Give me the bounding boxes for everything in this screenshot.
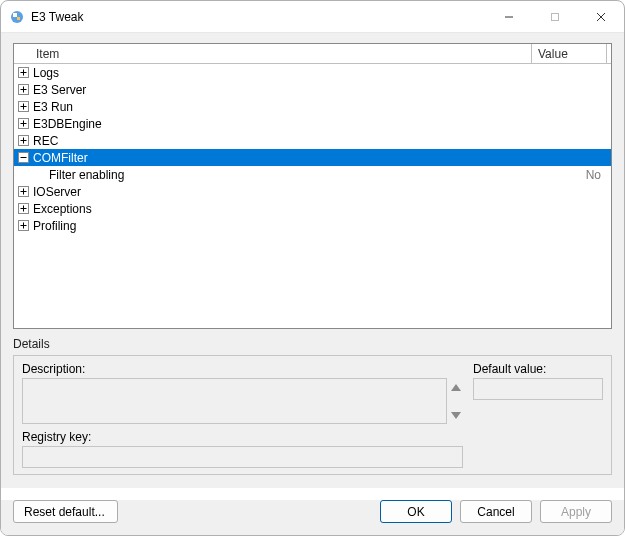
tree-item-label: IOServer — [33, 185, 81, 199]
app-icon — [9, 9, 25, 25]
tree-item-cell: COMFilter — [14, 149, 532, 166]
expand-icon[interactable] — [18, 135, 29, 146]
tree-item-label: Profiling — [33, 219, 76, 233]
svg-marker-25 — [451, 412, 461, 419]
tree-row[interactable]: REC — [14, 132, 611, 149]
tree-value-cell — [532, 64, 611, 81]
tree-header: Item Value — [14, 44, 611, 64]
default-value-field — [473, 378, 603, 400]
tree-value-cell — [532, 149, 611, 166]
tree-value-cell — [532, 217, 611, 234]
tree-row[interactable]: IOServer — [14, 183, 611, 200]
expand-icon[interactable] — [18, 118, 29, 129]
close-button[interactable] — [578, 1, 624, 33]
tree-value-cell — [532, 115, 611, 132]
maximize-button — [532, 1, 578, 33]
tree-item-cell: IOServer — [14, 183, 532, 200]
tree-body[interactable]: LogsE3 ServerE3 RunE3DBEngineRECCOMFilte… — [14, 64, 611, 328]
column-header-item-label: Item — [36, 47, 59, 61]
tree-item-cell: Filter enabling — [14, 166, 532, 183]
expand-icon[interactable] — [18, 67, 29, 78]
tree-item-label: E3DBEngine — [33, 117, 102, 131]
collapse-icon[interactable] — [18, 152, 29, 163]
settings-tree: Item Value LogsE3 ServerE3 RunE3DBEngine… — [13, 43, 612, 329]
svg-rect-2 — [17, 17, 20, 20]
expand-icon[interactable] — [18, 220, 29, 231]
reset-default-button[interactable]: Reset default... — [13, 500, 118, 523]
tree-value-cell — [532, 81, 611, 98]
registry-key-field — [22, 446, 463, 468]
column-header-item[interactable]: Item — [14, 44, 532, 63]
description-scroll-down[interactable] — [449, 408, 463, 422]
tree-value-cell — [532, 98, 611, 115]
tree-item-cell: E3DBEngine — [14, 115, 532, 132]
apply-button: Apply — [540, 500, 612, 523]
ok-button[interactable]: OK — [380, 500, 452, 523]
tree-row[interactable]: E3 Server — [14, 81, 611, 98]
tree-row[interactable]: E3DBEngine — [14, 115, 611, 132]
expand-icon[interactable] — [18, 84, 29, 95]
tree-item-label: REC — [33, 134, 58, 148]
titlebar: E3 Tweak — [1, 1, 624, 33]
tree-row[interactable]: Exceptions — [14, 200, 611, 217]
tree-item-label: COMFilter — [33, 151, 88, 165]
tree-item-label: Exceptions — [33, 202, 92, 216]
svg-marker-24 — [451, 384, 461, 391]
tree-value-cell — [532, 132, 611, 149]
tree-item-cell: REC — [14, 132, 532, 149]
tree-row[interactable]: Profiling — [14, 217, 611, 234]
details-section: Details Description: Registry key: Defau… — [13, 337, 612, 475]
registry-key-label: Registry key: — [22, 430, 463, 444]
svg-rect-1 — [13, 13, 17, 17]
description-scroll-up[interactable] — [449, 380, 463, 394]
column-header-value-label: Value — [538, 47, 568, 61]
tree-row[interactable]: E3 Run — [14, 98, 611, 115]
tree-item-label: Logs — [33, 66, 59, 80]
cancel-button-label: Cancel — [477, 505, 514, 519]
expand-icon[interactable] — [18, 101, 29, 112]
description-label: Description: — [22, 362, 463, 376]
description-field — [22, 378, 447, 424]
cancel-button[interactable]: Cancel — [460, 500, 532, 523]
column-header-value[interactable]: Value — [532, 44, 607, 63]
svg-rect-4 — [552, 13, 559, 20]
ok-button-label: OK — [407, 505, 424, 519]
svg-line-5 — [597, 13, 605, 21]
reset-default-label: Reset default... — [24, 505, 105, 519]
tree-value-cell — [532, 200, 611, 217]
tree-value-cell — [532, 183, 611, 200]
minimize-button[interactable] — [486, 1, 532, 33]
window-title: E3 Tweak — [31, 10, 83, 24]
tree-item-cell: Profiling — [14, 217, 532, 234]
tree-item-label: E3 Server — [33, 83, 86, 97]
tree-value-cell: No — [532, 166, 611, 183]
tree-item-label: E3 Run — [33, 100, 73, 114]
expand-icon[interactable] — [18, 186, 29, 197]
tree-row[interactable]: Logs — [14, 64, 611, 81]
footer: Reset default... OK Cancel Apply — [1, 500, 624, 535]
details-title: Details — [13, 337, 612, 351]
tree-row[interactable]: Filter enablingNo — [14, 166, 611, 183]
apply-button-label: Apply — [561, 505, 591, 519]
tree-item-cell: Exceptions — [14, 200, 532, 217]
default-value-label: Default value: — [473, 362, 603, 376]
tree-row[interactable]: COMFilter — [14, 149, 611, 166]
svg-line-6 — [597, 13, 605, 21]
expand-icon[interactable] — [18, 203, 29, 214]
tree-item-label: Filter enabling — [49, 168, 124, 182]
tree-item-cell: E3 Run — [14, 98, 532, 115]
tree-item-cell: Logs — [14, 64, 532, 81]
tree-item-cell: E3 Server — [14, 81, 532, 98]
